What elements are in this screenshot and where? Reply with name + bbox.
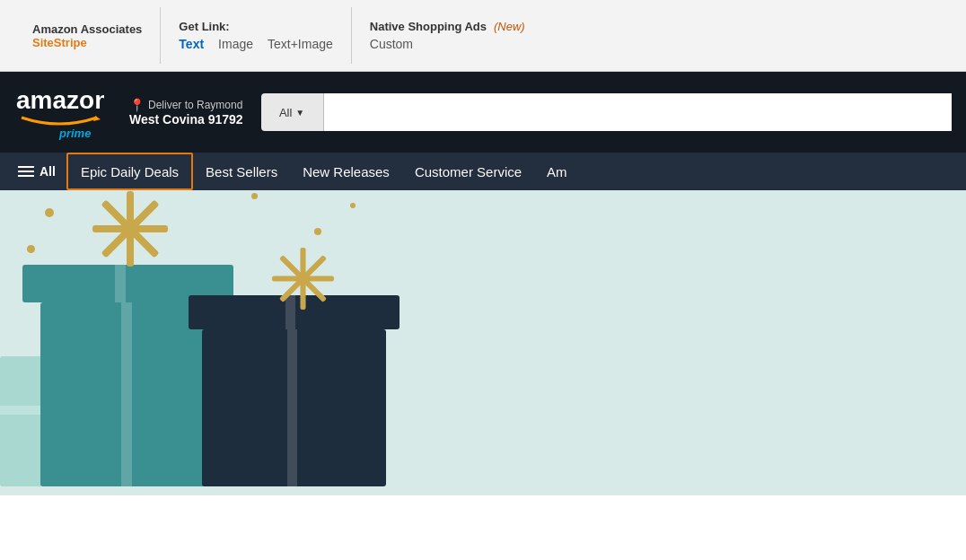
sitestripe-text-link[interactable]: Text <box>179 37 204 51</box>
sitestripe-bar: Amazon Associates SiteStripe Get Link: T… <box>0 0 966 72</box>
location-pin-icon: 📍 <box>129 98 145 112</box>
deliver-label: 📍 Deliver to Raymond <box>129 98 243 112</box>
nav-item-epic-daily-deals[interactable]: Epic Daily Deals <box>66 153 193 190</box>
search-category-dropdown[interactable]: All ▼ <box>261 93 324 131</box>
nav-item-am[interactable]: Am <box>534 153 580 190</box>
hero-section <box>0 190 966 495</box>
nav-bar: All Epic Daily Deals Best Sellers New Re… <box>0 153 966 190</box>
amazon-logo-svg: amazon <box>14 85 104 114</box>
svg-marker-1 <box>93 116 101 121</box>
sitestripe-brand: Amazon Associates SiteStripe <box>14 7 161 64</box>
sitestripe-native-ads-label: Native Shopping Ads <box>370 20 487 33</box>
gift-boxes-illustration <box>0 190 413 495</box>
nav-item-new-releases[interactable]: New Releases <box>290 153 402 190</box>
gold-dot-2 <box>314 228 321 235</box>
search-container: All ▼ <box>261 93 952 131</box>
sitestripe-brand-subtitle: SiteStripe <box>32 36 142 49</box>
gold-dot-3 <box>251 193 258 199</box>
sitestripe-get-link-label: Get Link: <box>179 20 332 33</box>
amazon-header: amazon prime 📍 Deliver to Raymond West C… <box>0 72 966 153</box>
nav-item-best-sellers[interactable]: Best Sellers <box>193 153 290 190</box>
sitestripe-brand-label: Amazon Associates <box>32 22 142 36</box>
search-input[interactable] <box>324 93 952 131</box>
chevron-down-icon: ▼ <box>295 108 304 118</box>
deliver-location: West Covina 91792 <box>129 112 243 127</box>
svg-text:amazon: amazon <box>16 86 104 114</box>
sitestripe-native-ads: Native Shopping Ads (New) Custom <box>352 7 543 64</box>
sitestripe-link-group: Text Image Text+Image <box>179 37 332 51</box>
sitestripe-get-link: Get Link: Text Image Text+Image <box>161 7 351 64</box>
sitestripe-new-badge: (New) <box>494 20 525 33</box>
gold-dot-4 <box>350 203 356 208</box>
box-navy-body <box>202 329 386 486</box>
nav-item-customer-service[interactable]: Customer Service <box>402 153 534 190</box>
box-teal-large-body <box>40 302 215 486</box>
gold-starburst-medium <box>269 245 337 316</box>
svg-point-11 <box>297 273 308 284</box>
amazon-logo[interactable]: amazon prime <box>14 85 104 140</box>
sitestripe-custom-link[interactable]: Custom <box>370 37 413 51</box>
gold-starburst-large <box>90 190 171 273</box>
svg-point-6 <box>123 222 137 236</box>
prime-label: prime <box>59 127 91 140</box>
sitestripe-text-image-link[interactable]: Text+Image <box>268 37 333 51</box>
gold-dot-1 <box>45 208 54 217</box>
hamburger-icon <box>18 166 34 177</box>
nav-all-button[interactable]: All <box>7 153 66 190</box>
sitestripe-image-link[interactable]: Image <box>218 37 253 51</box>
gold-dot-5 <box>27 245 35 253</box>
deliver-section[interactable]: 📍 Deliver to Raymond West Covina 91792 <box>122 94 250 130</box>
